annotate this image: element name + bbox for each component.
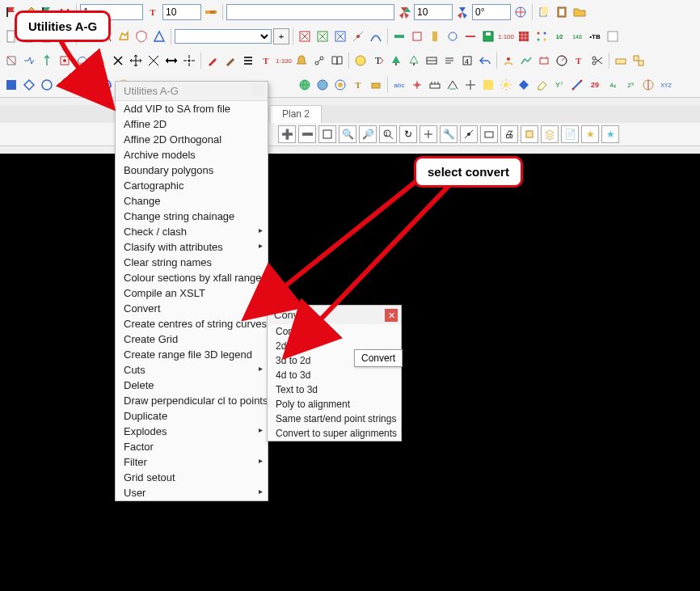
del-green-icon[interactable] — [314, 28, 331, 44]
refresh-icon[interactable]: ↻ — [399, 125, 417, 143]
triangle-icon[interactable] — [151, 28, 167, 44]
abc-icon[interactable]: abc — [391, 77, 407, 93]
y7-icon[interactable]: Y⁷ — [551, 77, 567, 93]
menu-item-cartographic[interactable]: Cartographic — [116, 178, 268, 193]
t3-icon[interactable]: T — [350, 77, 366, 93]
menu-item-create-range-file-3d-legend[interactable]: Create range file 3D legend — [116, 347, 268, 362]
star-blue-icon[interactable]: ★ — [601, 125, 619, 143]
node-icon[interactable] — [311, 53, 327, 69]
misc1-icon[interactable] — [391, 28, 407, 44]
zoom-lens2-icon[interactable]: 🔎 — [359, 125, 377, 143]
r3-2-icon[interactable] — [21, 53, 37, 69]
pinwheel-icon[interactable] — [396, 4, 412, 20]
menu-item-cuts[interactable]: Cuts — [116, 362, 268, 378]
book-icon[interactable] — [329, 53, 345, 69]
eraser-icon[interactable] — [533, 77, 550, 93]
combo-1[interactable] — [175, 29, 272, 44]
r4-28-icon[interactable] — [640, 77, 656, 93]
r3-6-icon[interactable] — [92, 53, 108, 69]
menu-item-archive-models[interactable]: Archive models — [116, 147, 268, 163]
r4-16-icon[interactable] — [445, 77, 461, 93]
r3-1-icon[interactable] — [3, 53, 19, 69]
n29-2-icon[interactable]: 2⁹ — [622, 77, 639, 93]
input-5[interactable] — [472, 4, 511, 20]
zoom-lens1-icon[interactable]: 🔍 — [339, 125, 356, 143]
r4-4-icon[interactable] — [57, 77, 73, 93]
save-disk-icon[interactable] — [480, 28, 496, 44]
r4-3-icon[interactable] — [39, 77, 55, 93]
menu-item-clasify-with-attributes[interactable]: Clasify with attributes — [116, 239, 268, 255]
tree-outline-icon[interactable] — [406, 53, 422, 69]
zoom-reset-icon[interactable]: 1 — [379, 125, 397, 143]
menu-item-factor[interactable]: Factor — [116, 439, 268, 454]
pinwheel2-icon[interactable] — [454, 4, 470, 20]
menu-item-convert[interactable]: Convert — [116, 301, 268, 316]
scissors-icon[interactable] — [589, 53, 605, 69]
del-red-icon[interactable] — [297, 28, 313, 44]
paste-icon[interactable] — [554, 4, 570, 20]
submenu-item-convert[interactable]: Convert — [268, 324, 401, 339]
r3-31-icon[interactable] — [613, 53, 629, 69]
r3-25-icon[interactable] — [500, 53, 517, 69]
vt-11-icon[interactable] — [480, 125, 498, 143]
wrench-icon[interactable]: 🔧 — [440, 125, 458, 143]
bell-icon[interactable] — [293, 53, 310, 69]
r3-26-icon[interactable] — [518, 53, 534, 69]
menu-item-boundary-polygons[interactable]: Boundary polygons — [116, 163, 268, 178]
vt-15-icon[interactable]: 📄 — [561, 125, 579, 143]
r3-4-icon[interactable] — [57, 53, 73, 69]
menu-item-duplicate[interactable]: Duplicate — [116, 408, 268, 424]
print-icon[interactable]: 🖨 — [500, 125, 518, 143]
utilities-ag-icon[interactable]: AG — [98, 77, 114, 93]
n42-icon[interactable]: 4₂ — [605, 77, 621, 93]
menu-item-create-grid[interactable]: Create Grid — [116, 331, 268, 347]
menu-item-change[interactable]: Change — [116, 193, 268, 209]
t-arrow-icon[interactable]: T — [370, 53, 386, 69]
del-blue-icon[interactable] — [332, 28, 348, 44]
globe3-icon[interactable] — [332, 77, 348, 93]
scale2-icon[interactable]: 1:100 — [276, 53, 292, 69]
r4-24-icon[interactable] — [569, 77, 585, 93]
vt-13-icon[interactable] — [521, 125, 538, 143]
last-r2-icon[interactable] — [605, 28, 621, 44]
input-4[interactable] — [414, 4, 453, 20]
r3-28-icon[interactable] — [554, 53, 570, 69]
submenu-item-same-start-end-point-strings[interactable]: Same start/end point strings — [268, 412, 401, 426]
r3-5-icon[interactable] — [74, 53, 91, 69]
menu-item-affine-2d[interactable]: Affine 2D — [116, 116, 268, 132]
menu-item-user[interactable]: User — [116, 485, 268, 500]
r4-15-icon[interactable] — [427, 77, 443, 93]
r4-17-icon[interactable] — [462, 77, 479, 93]
r3-arrows-icon[interactable] — [128, 53, 144, 69]
r3-diag-icon[interactable] — [145, 53, 162, 69]
vt-10-icon[interactable] — [460, 125, 478, 143]
r3-29-icon[interactable]: T — [571, 53, 588, 69]
menu-item-filter[interactable]: Filter — [116, 454, 268, 470]
tb-text-icon[interactable]: •TB — [587, 28, 603, 44]
plus-icon[interactable]: + — [273, 28, 289, 44]
menu-item-check-clash[interactable]: Check / clash — [116, 224, 268, 239]
circle-yellow-icon[interactable] — [352, 53, 369, 69]
r3-cross-icon[interactable] — [110, 53, 126, 69]
num29-icon[interactable]: 29 — [587, 77, 603, 93]
r4-1-icon[interactable] — [3, 77, 19, 93]
zoom-plus-icon[interactable]: ➕ — [278, 125, 296, 143]
menu-item-clear-string-names[interactable]: Clear string names — [116, 255, 268, 270]
lines-icon[interactable] — [240, 53, 256, 69]
menu-item-change-string-chainage[interactable]: Change string chainage — [116, 209, 268, 224]
edit-node-icon[interactable] — [350, 28, 366, 44]
menu-item-affine-2d-orthogonal[interactable]: Affine 2D Orthogonal — [116, 132, 268, 147]
layers-icon[interactable] — [541, 125, 559, 143]
submenu-close-icon[interactable]: ✕ — [385, 309, 398, 322]
input-2[interactable] — [162, 4, 201, 20]
menu-item-draw-perpendicular-cl-to-points[interactable]: Draw perpendicular cl to points — [116, 393, 268, 408]
submenu-item-convert-to-super-alignments[interactable]: Convert to super alignments — [268, 426, 401, 441]
menu-item-colour-sections-by-xfall-range[interactable]: Colour sections by xfall range — [116, 270, 268, 285]
t2-icon[interactable]: T — [258, 53, 274, 69]
misc3-icon[interactable] — [427, 28, 443, 44]
num148-icon[interactable]: 148 — [569, 28, 585, 44]
menu-item-explodes[interactable]: Explodes — [116, 424, 268, 439]
r3-27-icon[interactable] — [536, 53, 552, 69]
sun-icon[interactable] — [498, 77, 514, 93]
tree-green-icon[interactable] — [388, 53, 404, 69]
